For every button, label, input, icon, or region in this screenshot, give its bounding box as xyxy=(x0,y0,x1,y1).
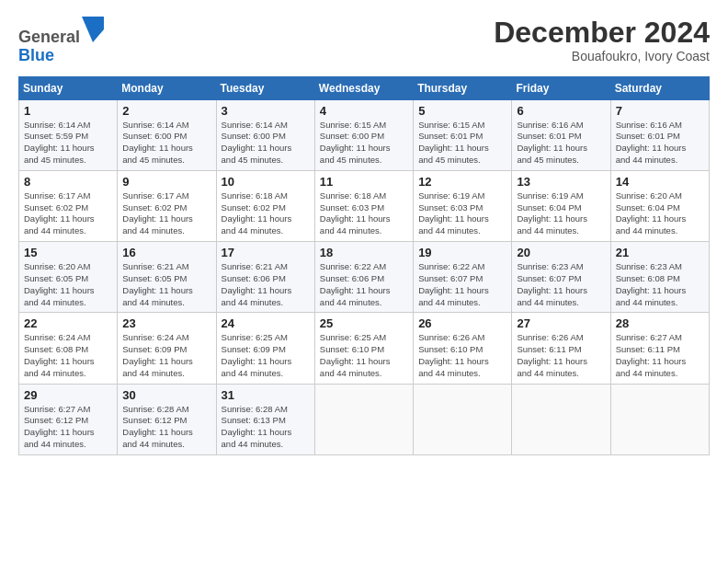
calendar-cell-w4-d4: 25Sunrise: 6:25 AM Sunset: 6:10 PM Dayli… xyxy=(314,313,413,384)
calendar-cell-w5-d3: 31Sunrise: 6:28 AM Sunset: 6:13 PM Dayli… xyxy=(216,384,314,454)
calendar-cell-w3-d2: 16Sunrise: 6:21 AM Sunset: 6:05 PM Dayli… xyxy=(118,242,216,313)
calendar-cell-w5-d2: 30Sunrise: 6:28 AM Sunset: 6:12 PM Dayli… xyxy=(118,384,216,454)
day-info: Sunrise: 6:27 AM Sunset: 6:11 PM Dayligh… xyxy=(616,332,704,379)
day-info: Sunrise: 6:17 AM Sunset: 6:02 PM Dayligh… xyxy=(122,190,210,237)
day-number: 19 xyxy=(418,246,506,259)
calendar-header-row: Sunday Monday Tuesday Wednesday Thursday… xyxy=(19,76,710,99)
calendar-cell-w1-d5: 5Sunrise: 6:15 AM Sunset: 6:01 PM Daylig… xyxy=(414,99,512,170)
day-number: 4 xyxy=(320,104,408,118)
calendar-table: Sunday Monday Tuesday Wednesday Thursday… xyxy=(18,76,710,455)
calendar-cell-w3-d7: 21Sunrise: 6:23 AM Sunset: 6:08 PM Dayli… xyxy=(610,242,709,313)
col-monday: Monday xyxy=(118,76,216,99)
day-number: 21 xyxy=(616,246,704,259)
day-number: 5 xyxy=(418,104,506,118)
calendar-cell-w4-d7: 28Sunrise: 6:27 AM Sunset: 6:11 PM Dayli… xyxy=(610,313,709,384)
day-info: Sunrise: 6:16 AM Sunset: 6:01 PM Dayligh… xyxy=(517,120,605,167)
day-number: 8 xyxy=(24,175,112,189)
day-number: 26 xyxy=(418,316,506,330)
day-info: Sunrise: 6:27 AM Sunset: 6:12 PM Dayligh… xyxy=(24,404,112,451)
svg-marker-0 xyxy=(82,17,104,42)
day-number: 23 xyxy=(122,316,210,330)
col-saturday: Saturday xyxy=(610,76,709,99)
day-info: Sunrise: 6:22 AM Sunset: 6:06 PM Dayligh… xyxy=(320,261,408,308)
calendar-cell-w1-d7: 7Sunrise: 6:16 AM Sunset: 6:01 PM Daylig… xyxy=(610,99,709,170)
day-number: 29 xyxy=(24,388,112,402)
calendar-cell-w3-d5: 19Sunrise: 6:22 AM Sunset: 6:07 PM Dayli… xyxy=(414,242,512,313)
calendar-cell-w2-d3: 10Sunrise: 6:18 AM Sunset: 6:02 PM Dayli… xyxy=(216,170,314,241)
calendar-cell-w2-d1: 8Sunrise: 6:17 AM Sunset: 6:02 PM Daylig… xyxy=(19,170,118,241)
day-info: Sunrise: 6:14 AM Sunset: 6:00 PM Dayligh… xyxy=(122,120,210,167)
day-info: Sunrise: 6:19 AM Sunset: 6:04 PM Dayligh… xyxy=(517,190,605,237)
day-info: Sunrise: 6:20 AM Sunset: 6:05 PM Dayligh… xyxy=(24,261,112,308)
day-number: 7 xyxy=(616,104,704,118)
day-info: Sunrise: 6:25 AM Sunset: 6:10 PM Dayligh… xyxy=(320,332,408,379)
day-number: 6 xyxy=(517,104,605,118)
calendar-cell-w5-d1: 29Sunrise: 6:27 AM Sunset: 6:12 PM Dayli… xyxy=(19,384,118,454)
day-number: 15 xyxy=(24,246,112,259)
day-info: Sunrise: 6:22 AM Sunset: 6:07 PM Dayligh… xyxy=(418,261,506,308)
day-info: Sunrise: 6:24 AM Sunset: 6:09 PM Dayligh… xyxy=(122,332,210,379)
day-info: Sunrise: 6:19 AM Sunset: 6:03 PM Dayligh… xyxy=(418,190,506,237)
day-info: Sunrise: 6:26 AM Sunset: 6:11 PM Dayligh… xyxy=(517,332,605,379)
day-info: Sunrise: 6:15 AM Sunset: 6:01 PM Dayligh… xyxy=(418,120,506,167)
calendar-cell-w4-d5: 26Sunrise: 6:26 AM Sunset: 6:10 PM Dayli… xyxy=(414,313,512,384)
day-info: Sunrise: 6:14 AM Sunset: 6:00 PM Dayligh… xyxy=(222,120,310,167)
location-subtitle: Bouafoukro, Ivory Coast xyxy=(494,49,710,63)
calendar-cell-w1-d4: 4Sunrise: 6:15 AM Sunset: 6:00 PM Daylig… xyxy=(314,99,413,170)
calendar-cell-w2-d4: 11Sunrise: 6:18 AM Sunset: 6:03 PM Dayli… xyxy=(314,170,413,241)
calendar-cell-w4-d1: 22Sunrise: 6:24 AM Sunset: 6:08 PM Dayli… xyxy=(19,313,118,384)
calendar-week-3: 15Sunrise: 6:20 AM Sunset: 6:05 PM Dayli… xyxy=(19,242,710,313)
col-thursday: Thursday xyxy=(414,76,512,99)
day-number: 1 xyxy=(24,104,112,118)
calendar-cell-w1-d3: 3Sunrise: 6:14 AM Sunset: 6:00 PM Daylig… xyxy=(216,99,314,170)
title-area: December 2024 Bouafoukro, Ivory Coast xyxy=(494,17,710,63)
calendar-cell-w5-d6 xyxy=(512,384,610,454)
calendar-cell-w5-d5 xyxy=(414,384,512,454)
day-info: Sunrise: 6:14 AM Sunset: 5:59 PM Dayligh… xyxy=(24,120,112,167)
logo-icon xyxy=(82,17,104,42)
calendar-week-5: 29Sunrise: 6:27 AM Sunset: 6:12 PM Dayli… xyxy=(19,384,710,454)
calendar-cell-w5-d4 xyxy=(314,384,413,454)
day-info: Sunrise: 6:28 AM Sunset: 6:13 PM Dayligh… xyxy=(222,404,310,451)
col-sunday: Sunday xyxy=(19,76,118,99)
month-title: December 2024 xyxy=(494,17,710,49)
col-wednesday: Wednesday xyxy=(314,76,413,99)
calendar-week-2: 8Sunrise: 6:17 AM Sunset: 6:02 PM Daylig… xyxy=(19,170,710,241)
day-number: 2 xyxy=(122,104,210,118)
calendar-cell-w1-d6: 6Sunrise: 6:16 AM Sunset: 6:01 PM Daylig… xyxy=(512,99,610,170)
day-info: Sunrise: 6:23 AM Sunset: 6:08 PM Dayligh… xyxy=(616,261,704,308)
day-number: 18 xyxy=(320,246,408,259)
calendar-cell-w4-d2: 23Sunrise: 6:24 AM Sunset: 6:09 PM Dayli… xyxy=(118,313,216,384)
calendar-week-4: 22Sunrise: 6:24 AM Sunset: 6:08 PM Dayli… xyxy=(19,313,710,384)
day-number: 28 xyxy=(616,316,704,330)
calendar-cell-w2-d6: 13Sunrise: 6:19 AM Sunset: 6:04 PM Dayli… xyxy=(512,170,610,241)
day-number: 12 xyxy=(418,175,506,189)
col-friday: Friday xyxy=(512,76,610,99)
logo-general: General xyxy=(18,28,80,46)
header: General Blue December 2024 Bouafoukro, I… xyxy=(18,17,710,65)
day-info: Sunrise: 6:20 AM Sunset: 6:04 PM Dayligh… xyxy=(616,190,704,237)
day-info: Sunrise: 6:28 AM Sunset: 6:12 PM Dayligh… xyxy=(122,404,210,451)
day-info: Sunrise: 6:21 AM Sunset: 6:06 PM Dayligh… xyxy=(222,261,310,308)
day-info: Sunrise: 6:17 AM Sunset: 6:02 PM Dayligh… xyxy=(24,190,112,237)
day-info: Sunrise: 6:25 AM Sunset: 6:09 PM Dayligh… xyxy=(222,332,310,379)
day-number: 25 xyxy=(320,316,408,330)
day-number: 27 xyxy=(517,316,605,330)
day-info: Sunrise: 6:18 AM Sunset: 6:02 PM Dayligh… xyxy=(222,190,310,237)
day-number: 17 xyxy=(222,246,310,259)
day-number: 24 xyxy=(222,316,310,330)
day-number: 14 xyxy=(616,175,704,189)
calendar-cell-w4-d3: 24Sunrise: 6:25 AM Sunset: 6:09 PM Dayli… xyxy=(216,313,314,384)
calendar-cell-w4-d6: 27Sunrise: 6:26 AM Sunset: 6:11 PM Dayli… xyxy=(512,313,610,384)
day-number: 11 xyxy=(320,175,408,189)
logo-blue-text: Blue xyxy=(18,47,104,65)
day-number: 16 xyxy=(122,246,210,259)
day-info: Sunrise: 6:21 AM Sunset: 6:05 PM Dayligh… xyxy=(122,261,210,308)
day-info: Sunrise: 6:26 AM Sunset: 6:10 PM Dayligh… xyxy=(418,332,506,379)
day-info: Sunrise: 6:24 AM Sunset: 6:08 PM Dayligh… xyxy=(24,332,112,379)
day-info: Sunrise: 6:16 AM Sunset: 6:01 PM Dayligh… xyxy=(616,120,704,167)
day-number: 30 xyxy=(122,388,210,402)
logo: General Blue xyxy=(18,17,104,65)
calendar-cell-w3-d6: 20Sunrise: 6:23 AM Sunset: 6:07 PM Dayli… xyxy=(512,242,610,313)
day-number: 20 xyxy=(517,246,605,259)
